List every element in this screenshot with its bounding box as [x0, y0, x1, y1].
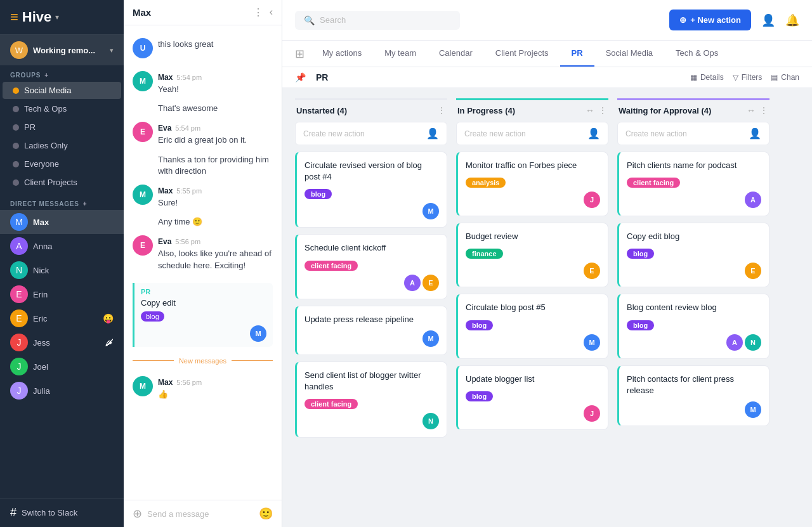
chat-message-input[interactable] [147, 509, 254, 519]
emoji-picker-button[interactable]: 🙂 [259, 507, 273, 521]
chat-author: Max [158, 186, 173, 195]
dm-badge-jess: 🌶 [105, 337, 114, 348]
card-pitch-podcast[interactable]: Pitch clients name for podcast client fa… [617, 152, 769, 216]
grid-view-icon[interactable]: ⊞ [295, 47, 304, 61]
dm-item-max[interactable]: M Max [0, 210, 124, 234]
dm-name: Nick [33, 266, 114, 275]
sidebar-item-pr[interactable]: PR [3, 119, 121, 136]
dm-item-anna[interactable]: A Anna [0, 234, 124, 258]
tab-my-team[interactable]: My team [373, 41, 428, 67]
create-action-unstarted[interactable]: Create new action 👤 [295, 122, 447, 145]
chat-bubble: this looks great [158, 38, 273, 50]
hive-dropdown-icon[interactable]: ▾ [55, 13, 59, 22]
hive-logo[interactable]: ≡ Hive ▾ [10, 9, 59, 25]
workspace-selector[interactable]: W Working remo... ▾ [0, 35, 124, 65]
new-action-button[interactable]: ⊕ + New action [669, 10, 751, 30]
profile-icon[interactable]: 👤 [761, 13, 775, 27]
chat-avatar-max: M [133, 185, 153, 205]
search-bar[interactable]: 🔍 [295, 11, 460, 30]
card-footer: A [627, 192, 761, 208]
card-footer: J [466, 405, 600, 422]
column-expand-icon[interactable]: ↔ [586, 105, 594, 115]
card-avatar: J [584, 192, 600, 208]
card-monitor-forbes[interactable]: Monitor traffic on Forbes piece analysis… [456, 152, 608, 216]
filters-button[interactable]: ▽ Filters [733, 73, 763, 82]
create-action-waiting[interactable]: Create new action 👤 [617, 122, 769, 145]
sidebar-item-client-projects[interactable]: Client Projects [3, 174, 121, 191]
card-schedule-kickoff[interactable]: Schedule client kickoff client facing A … [295, 234, 447, 299]
sidebar-item-everyone[interactable]: Everyone [3, 155, 121, 172]
new-action-icon: ⊕ [679, 15, 686, 25]
card-avatars: A [745, 192, 761, 208]
chat-add-icon[interactable]: ⊕ [133, 507, 142, 521]
dm-item-julia[interactable]: J Julia [0, 379, 124, 403]
add-assignee-icon[interactable]: 👤 [749, 127, 761, 140]
chat-card-pr[interactable]: PR Copy edit blog M [133, 283, 273, 347]
sidebar-item-social-media[interactable]: Social Media [3, 82, 121, 99]
dm-item-jess[interactable]: J Jess 🌶 [0, 330, 124, 355]
tab-tech-ops[interactable]: Tech & Ops [664, 41, 730, 67]
chat-author: Max [158, 378, 173, 387]
card-copy-edit-blog[interactable]: Copy edit blog blog E [617, 223, 769, 287]
card-pitch-contacts[interactable]: Pitch contacts for client press release … [617, 365, 769, 426]
card-title: Monitor traffic on Forbes piece [466, 160, 600, 171]
card-budget-review[interactable]: Budget review finance E [456, 223, 608, 287]
tab-social-media[interactable]: Social Media [594, 41, 664, 67]
column-expand-icon[interactable]: ↔ [747, 105, 756, 115]
column-options-icon[interactable]: ⋮ [759, 105, 768, 115]
column-options-icon[interactable]: ⋮ [598, 105, 607, 115]
chart-button[interactable]: ▤ Chan [771, 73, 799, 82]
group-dot-client [13, 179, 19, 186]
card-blog-content-review[interactable]: Blog content review blog blog A N [617, 294, 769, 358]
card-update-blogger[interactable]: Update blogger list blog J [456, 365, 608, 430]
tab-calendar[interactable]: Calendar [428, 41, 484, 67]
tab-pr[interactable]: PR [560, 41, 594, 67]
topbar-left: 🔍 [295, 11, 460, 30]
new-action-label: + New action [690, 15, 741, 25]
message-item: M Max5:54 pm Yeah! [124, 65, 282, 101]
card-send-twitter[interactable]: Send client list of blogger twitter hand… [295, 361, 447, 438]
groups-label: GROUPS + [10, 72, 114, 79]
groups-section: GROUPS + [0, 65, 124, 81]
dm-item-eric[interactable]: E Eric 😛 [0, 306, 124, 330]
dm-item-erin[interactable]: E Erin [0, 282, 124, 306]
chat-row: U this looks great [133, 38, 273, 58]
chat-card-avatar: M [250, 325, 266, 342]
card-circulate-blog5[interactable]: Circulate blog post #5 blog M [456, 294, 608, 358]
card-avatars: J [584, 192, 600, 208]
details-button[interactable]: ▦ Details [690, 73, 724, 82]
card-avatars: J [584, 405, 600, 422]
tab-client-projects[interactable]: Client Projects [484, 41, 560, 67]
dm-name: Anna [33, 242, 114, 251]
card-title: Schedule client kickoff [304, 242, 439, 254]
card-footer: E [627, 263, 761, 279]
add-dm-button[interactable]: + [83, 200, 88, 207]
chat-input-area: ⊕ 🙂 [124, 500, 282, 527]
dm-item-joel[interactable]: J Joel [0, 355, 124, 379]
chat-avatar-max: M [133, 71, 153, 91]
create-action-inprogress[interactable]: Create new action 👤 [456, 122, 608, 145]
card-press-release[interactable]: Update press release pipeline M [295, 306, 447, 355]
sidebar-item-tech-ops[interactable]: Tech & Ops [3, 100, 121, 117]
search-input[interactable] [320, 15, 434, 25]
notifications-icon[interactable]: 🔔 [785, 13, 799, 27]
chat-message-text: Also, looks like you're ahead of schedul… [158, 248, 273, 271]
add-assignee-icon[interactable]: 👤 [426, 127, 439, 140]
card-avatar: E [745, 263, 761, 279]
card-circulate-blog[interactable]: Circulate revised version of blog post #… [295, 152, 447, 228]
tab-my-actions[interactable]: My actions [311, 41, 373, 67]
chat-collapse-icon[interactable]: ‹ [270, 6, 273, 18]
add-assignee-icon[interactable]: 👤 [587, 127, 600, 140]
column-title: In Progress (4) [457, 106, 515, 115]
switch-to-slack-button[interactable]: # Switch to Slack [0, 498, 124, 527]
chat-options-icon[interactable]: ⋮ [253, 6, 263, 18]
chat-message-text: Eric did a great job on it. [158, 134, 273, 146]
card-footer: J [466, 192, 600, 208]
add-group-button[interactable]: + [44, 72, 49, 79]
message-item: U this looks great [124, 32, 282, 65]
sidebar-item-ladies-only[interactable]: Ladies Only [3, 137, 121, 154]
column-options-icon[interactable]: ⋮ [437, 105, 446, 115]
sidebar-item-label: Client Projects [24, 178, 77, 187]
card-avatar: A [745, 192, 761, 208]
dm-item-nick[interactable]: N Nick [0, 258, 124, 282]
